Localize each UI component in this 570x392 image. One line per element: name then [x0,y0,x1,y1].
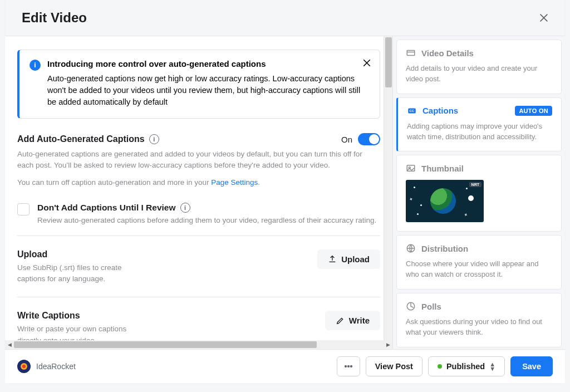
thumbnail-icon [406,163,416,173]
upload-button-label: Upload [341,254,370,264]
upload-button[interactable]: Upload [317,249,380,269]
svg-rect-4 [407,51,415,56]
hscroll-thumb[interactable] [14,341,317,348]
vertical-scrollbar[interactable] [384,36,392,349]
help-icon[interactable]: i [180,203,190,213]
satellite-graphic: ✦ [409,196,415,203]
close-icon[interactable] [538,12,549,23]
info-banner-title: Introducing more control over auto-gener… [47,59,370,68]
pencil-icon [336,316,345,325]
author-chip[interactable]: IdeaRocket [17,360,76,373]
video-details-title: Video Details [421,48,474,58]
thumbnail-title: Thumbnail [421,164,464,173]
review-check-content: Don't Add Captions Until I Review i Revi… [37,203,376,224]
write-button[interactable]: Write [325,311,380,330]
upload-icon [328,254,337,263]
card-head-left: Video Details [406,48,474,58]
star-graphic [466,188,468,189]
page-settings-link[interactable]: Page Settings [211,178,258,187]
view-post-button[interactable]: View Post [366,356,422,376]
video-details-icon [406,48,416,58]
info-banner-content: Introducing more control over auto-gener… [47,59,370,108]
moon-graphic [468,195,474,201]
autogen-title: Add Auto-Generated Captions i [17,134,159,144]
star-graphic [417,213,419,215]
info-icon: i [30,60,41,71]
hscroll-left-arrow-icon[interactable]: ◀ [5,340,14,349]
autogen-toggle[interactable] [358,133,380,145]
save-label: Save [522,362,541,371]
card-head-left: Polls [406,301,441,311]
review-check-title: Don't Add Captions Until I Review i [37,203,376,213]
vertical-scrollbar-thumb[interactable] [385,37,392,87]
review-check-title-text: Don't Add Captions Until I Review [37,203,176,213]
sidebar-card-thumbnail[interactable]: Thumbnail NRT ✦ ✦ [396,155,562,232]
upload-desc: Use SubRip (.srt) files to create captio… [17,262,151,285]
help-icon[interactable]: i [149,134,159,144]
card-head: Thumbnail [406,163,552,173]
polls-title: Polls [421,302,441,311]
modal-body: i Introducing more control over auto-gen… [5,36,565,349]
upload-section: Upload Use SubRip (.srt) files to create… [17,236,380,298]
banner-close-icon[interactable] [362,58,372,68]
star-graphic [420,204,422,206]
captions-title: Captions [422,106,458,115]
distribution-title: Distribution [421,244,468,253]
satellite-graphic: ✦ [463,212,469,218]
polls-desc: Ask questions during your video to find … [406,317,552,338]
modal-title: Edit Video [22,10,87,26]
author-name: IdeaRocket [36,362,76,371]
star-graphic [414,187,415,188]
left-column: i Introducing more control over auto-gen… [5,36,392,349]
autogen-section-header: Add Auto-Generated Captions i On [17,133,380,145]
hscroll-right-arrow-icon[interactable]: ▶ [384,340,392,349]
sidebar-card-distribution[interactable]: Distribution Choose where your video wil… [396,235,562,290]
more-options-button[interactable]: ••• [337,356,360,376]
right-sidebar: Video Details Add details to your video … [392,36,565,349]
review-checkbox[interactable] [17,203,30,215]
autogen-desc-2: You can turn off caption auto-generation… [17,177,380,188]
write-title: Write Captions [17,311,151,321]
hscroll-track[interactable] [14,340,384,349]
save-button[interactable]: Save [510,356,553,376]
status-dot-icon [438,364,442,369]
earth-graphic [430,188,456,214]
left-column-wrap: i Introducing more control over auto-gen… [5,36,392,349]
card-head: Video Details [406,48,552,58]
card-head: Polls [406,301,552,311]
card-head-left: Thumbnail [406,163,464,173]
ellipsis-icon: ••• [344,362,352,371]
author-avatar [17,360,31,373]
footer-actions: ••• View Post Published ▲▼ Save [337,356,553,376]
card-head: Distribution [406,243,552,253]
review-check-desc: Review auto-generated captions before ad… [37,216,376,224]
thumbnail-tag: NRT [469,182,481,187]
horizontal-scrollbar[interactable]: ◀ ▶ [5,340,392,349]
modal-footer: IdeaRocket ••• View Post Published ▲▼ Sa… [5,349,565,383]
captions-icon: CC [407,106,417,116]
card-head-left: CC Captions [407,106,458,116]
toggle-knob [369,134,379,144]
edit-video-modal: Edit Video i Introducing more control ov… [5,0,565,383]
distribution-icon [406,243,416,253]
autogen-desc-1: Auto-generated captions are generated an… [17,149,380,171]
published-button[interactable]: Published ▲▼ [428,356,505,376]
autogen-toggle-wrap: On [341,133,380,145]
autogen-title-text: Add Auto-Generated Captions [17,134,145,144]
svg-text:CC: CC [410,109,415,112]
autogen-desc-2-prefix: You can turn off caption auto-generation… [17,178,211,187]
distribution-desc: Choose where your video will appear and … [406,259,552,280]
video-thumbnail[interactable]: NRT ✦ ✦ [406,180,484,222]
sidebar-card-captions[interactable]: CC Captions AUTO ON Adding captions may … [396,97,562,152]
captions-desc: Adding captions may improve your video's… [407,121,552,143]
polls-icon [406,301,416,311]
upload-title: Upload [17,249,151,259]
sidebar-card-polls[interactable]: Polls Ask questions during your video to… [396,293,562,347]
review-check-row: Don't Add Captions Until I Review i Revi… [17,203,380,236]
info-banner: i Introducing more control over auto-gen… [17,50,380,119]
sidebar-card-video-details[interactable]: Video Details Add details to your video … [396,40,562,94]
modal-header: Edit Video [5,0,565,36]
sort-icon: ▲▼ [489,362,495,371]
write-button-label: Write [349,316,370,325]
card-head: CC Captions AUTO ON [407,106,552,116]
